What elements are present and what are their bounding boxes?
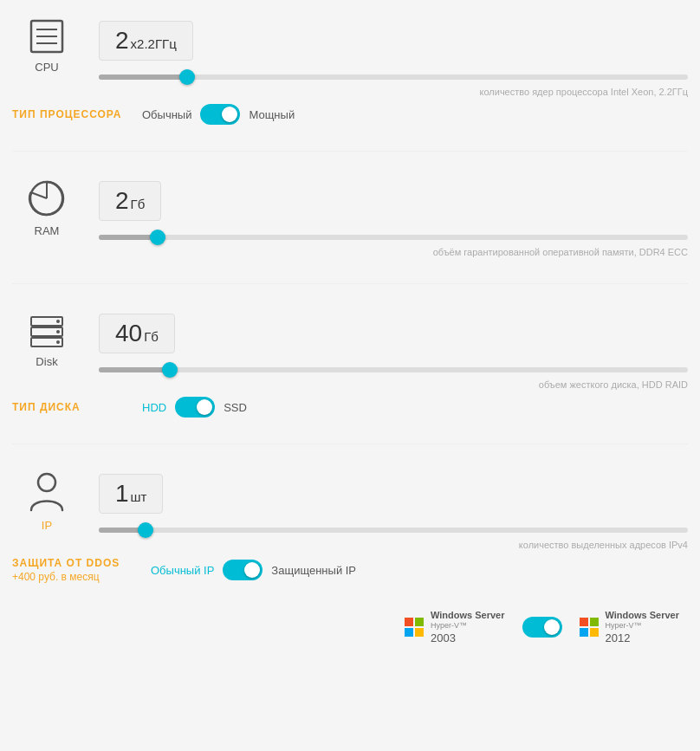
- cpu-type-row: ТИП ПРОЦЕССОРА Обычный Мощный: [12, 104, 688, 125]
- ip-option-right[interactable]: Защищенный IP: [271, 564, 356, 577]
- svg-point-13: [38, 474, 55, 491]
- ram-icon-col: RAM: [12, 178, 81, 237]
- ip-value: 1: [115, 480, 129, 508]
- disk-unit: Гб: [144, 329, 159, 344]
- os-sub-2012: Hyper-V™: [606, 621, 679, 631]
- disk-toggle[interactable]: [175, 397, 215, 418]
- os-tile-green-2012: [590, 618, 599, 626]
- os-name-2003: Windows Server: [431, 609, 504, 621]
- ram-section: RAM 2 Гб объём гарантированной оперативн…: [12, 178, 688, 257]
- cpu-slider-track[interactable]: [99, 74, 688, 80]
- os-tile-blue-2012: [580, 628, 588, 637]
- disk-section: Disk 40 Гб объем жесткого диска, HDD RAI…: [12, 310, 688, 418]
- ip-type-row: ЗАЩИТА ОТ DDOS +400 руб. в месяц Обычный…: [12, 557, 688, 583]
- ip-icon-col: IP: [12, 470, 81, 532]
- cpu-value-box: 2 х2.2ГГц: [99, 21, 193, 61]
- ip-icon: [28, 470, 66, 514]
- ip-label: IP: [42, 519, 52, 532]
- ip-value-box: 1 шт: [99, 474, 163, 514]
- os-item-2012[interactable]: Windows Server Hyper-V™ 2012: [580, 609, 679, 646]
- disk-value: 40: [115, 320, 142, 347]
- ram-slider-track[interactable]: [99, 235, 688, 240]
- os-tile-green: [415, 618, 424, 626]
- cpu-type-label: ТИП ПРОЦЕССОРА: [12, 108, 133, 120]
- os-tile-blue: [405, 628, 413, 637]
- os-sub-2003: Hyper-V™: [431, 621, 504, 631]
- ram-label: RAM: [35, 224, 60, 237]
- disk-slider-fill: [99, 367, 170, 372]
- os-tile-yellow-2012: [590, 628, 599, 637]
- disk-controls: 40 Гб объем жесткого диска, HDD RAID: [99, 310, 688, 390]
- disk-slider-track[interactable]: [99, 367, 688, 372]
- cpu-section: CPU 2 х2.2ГГц количество ядер процессора…: [12, 17, 688, 125]
- cpu-icon-col: CPU: [12, 17, 81, 74]
- os-toggle-knob: [544, 619, 560, 635]
- divider-2: [12, 283, 688, 284]
- cpu-value: 2: [115, 27, 129, 55]
- disk-option-right[interactable]: SSD: [224, 401, 247, 414]
- ip-unit: шт: [131, 489, 147, 504]
- disk-value-box: 40 Гб: [99, 314, 175, 353]
- disk-toggle-knob: [197, 399, 212, 415]
- cpu-slider-fill: [99, 74, 187, 80]
- disk-slider-hint: объем жесткого диска, HDD RAID: [99, 379, 688, 390]
- ip-toggle-knob: [244, 562, 260, 578]
- os-tile-red: [405, 618, 413, 626]
- ip-controls: 1 шт количество выделенных адресов IPv4: [99, 470, 688, 550]
- ip-toggle[interactable]: [223, 560, 262, 580]
- svg-point-11: [56, 330, 60, 333]
- disk-slider-thumb[interactable]: [162, 362, 178, 378]
- svg-point-12: [56, 340, 60, 344]
- disk-label: Disk: [36, 355, 57, 368]
- ram-slider-thumb[interactable]: [150, 230, 165, 245]
- os-year-2012: 2012: [606, 631, 679, 646]
- ram-icon: [26, 178, 68, 219]
- divider-3: [12, 443, 688, 444]
- os-logo-2003: [405, 618, 424, 637]
- ram-slider-fill: [99, 235, 158, 240]
- ram-controls: 2 Гб объём гарантированной оперативной п…: [99, 178, 688, 257]
- os-tile-red-2012: [580, 618, 588, 626]
- os-year-2003: 2003: [431, 631, 504, 646]
- disk-option-left[interactable]: HDD: [142, 401, 166, 414]
- disk-icon-col: Disk: [12, 310, 81, 368]
- ip-slider-track[interactable]: [99, 528, 688, 533]
- cpu-toggle[interactable]: [200, 104, 240, 125]
- os-logo-2012: [580, 618, 599, 637]
- ip-section: IP 1 шт количество выделенных адресов IP…: [12, 470, 688, 583]
- cpu-toggle-knob: [222, 107, 237, 122]
- disk-type-label: ТИП ДИСКА: [12, 401, 133, 413]
- cpu-unit: х2.2ГГц: [131, 36, 177, 51]
- ram-unit: Гб: [131, 197, 146, 211]
- cpu-icon: [28, 17, 66, 55]
- ram-value: 2: [115, 187, 129, 215]
- ram-value-box: 2 Гб: [99, 181, 161, 221]
- divider-1: [12, 151, 688, 152]
- os-name-2012: Windows Server: [606, 609, 679, 621]
- svg-point-10: [56, 320, 60, 323]
- cpu-option-left[interactable]: Обычный: [142, 108, 191, 121]
- cpu-slider-hint: количество ядер процессора Intel Xeon, 2…: [99, 87, 688, 97]
- ip-add-label: +400 руб. в месяц: [12, 571, 133, 583]
- cpu-controls: 2 х2.2ГГц количество ядер процессора Int…: [99, 17, 688, 97]
- svg-line-6: [31, 192, 48, 198]
- os-toggle[interactable]: [522, 617, 562, 638]
- os-section: Windows Server Hyper-V™ 2003: [12, 609, 688, 646]
- os-text-2012: Windows Server Hyper-V™ 2012: [606, 609, 679, 646]
- cpu-label: CPU: [35, 61, 58, 74]
- os-item-2003[interactable]: Windows Server Hyper-V™ 2003: [405, 609, 504, 646]
- ip-slider-thumb[interactable]: [138, 522, 153, 538]
- ram-slider-hint: объём гарантированной оперативной памяти…: [99, 247, 688, 257]
- os-tile-yellow: [415, 628, 424, 637]
- disk-icon: [27, 310, 67, 350]
- cpu-slider-thumb[interactable]: [179, 69, 195, 85]
- os-text-2003: Windows Server Hyper-V™ 2003: [431, 609, 504, 646]
- ip-slider-hint: количество выделенных адресов IPv4: [99, 540, 688, 550]
- ip-option-left[interactable]: Обычный IP: [151, 564, 214, 577]
- cpu-option-right[interactable]: Мощный: [249, 108, 295, 121]
- disk-type-row: ТИП ДИСКА HDD SSD: [12, 397, 688, 418]
- ip-type-label: ЗАЩИТА ОТ DDOS: [12, 557, 133, 569]
